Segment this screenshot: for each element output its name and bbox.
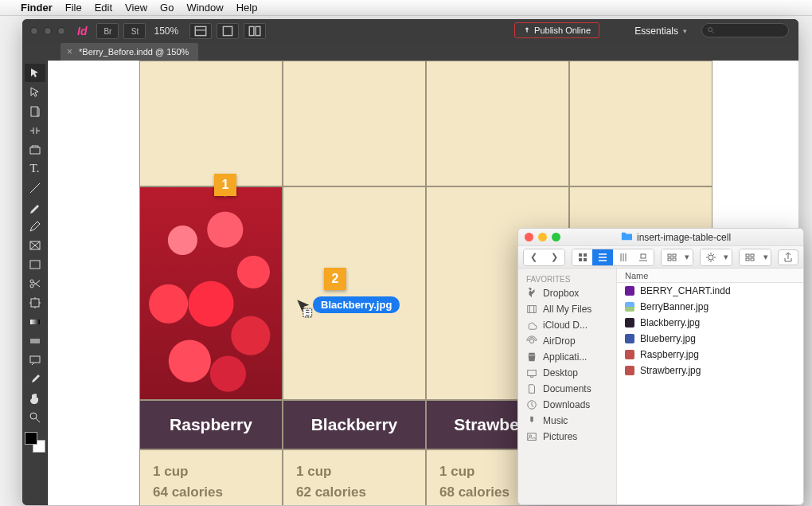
sidebar-item[interactable]: Music xyxy=(518,413,616,429)
upload-icon xyxy=(523,26,531,34)
coverflow-view-button[interactable] xyxy=(633,249,653,265)
svg-rect-6 xyxy=(30,147,40,154)
pen-tool[interactable] xyxy=(25,198,45,216)
mac-menubar: Finder File Edit View Go Window Help xyxy=(0,0,812,16)
sidebar-item[interactable]: Desktop xyxy=(518,365,616,381)
fill-swatch[interactable] xyxy=(25,432,37,445)
arrange-menu[interactable]: ▾ xyxy=(681,249,693,265)
line-tool[interactable] xyxy=(25,178,45,197)
table-cell[interactable] xyxy=(426,61,569,186)
content-collector-tool[interactable] xyxy=(25,140,45,159)
table-cell[interactable] xyxy=(283,61,426,186)
finder-close-button[interactable] xyxy=(525,233,533,241)
view-buttons xyxy=(572,249,654,266)
image-cell-raspberry[interactable] xyxy=(139,186,283,400)
scissors-tool[interactable] xyxy=(25,274,45,292)
sidebar-item[interactable]: Downloads xyxy=(518,397,616,413)
file-icon xyxy=(625,302,634,312)
menu-view[interactable]: View xyxy=(125,2,147,14)
screen-mode-button[interactable] xyxy=(217,23,239,39)
sidebar-item[interactable]: Applicati... xyxy=(518,349,616,365)
file-row[interactable]: Blueberry.jpg xyxy=(617,331,803,347)
sidebar-item[interactable]: AirDrop xyxy=(518,333,616,349)
image-cell-blackberry[interactable] xyxy=(283,186,426,400)
document-tab[interactable]: × *Berry_Before.indd @ 150% xyxy=(61,43,198,61)
window-close-button[interactable] xyxy=(30,27,38,35)
rectangle-tool[interactable] xyxy=(25,255,45,273)
sidebar-item[interactable]: Documents xyxy=(518,381,616,397)
action-menu[interactable]: ▾ xyxy=(721,249,732,265)
svg-rect-18 xyxy=(584,253,587,257)
calories-label: 64 calories xyxy=(153,482,269,503)
arrange-button[interactable] xyxy=(662,249,681,265)
workspace-label: Essentials xyxy=(634,25,678,37)
forward-button[interactable]: ❯ xyxy=(544,249,564,265)
menu-help[interactable]: Help xyxy=(236,2,258,14)
app-menu[interactable]: Finder xyxy=(21,2,53,14)
icon-view-button[interactable] xyxy=(572,249,592,265)
menu-file[interactable]: File xyxy=(65,2,82,14)
tags-menu[interactable]: ▾ xyxy=(760,249,771,265)
close-tab-icon[interactable]: × xyxy=(67,46,72,57)
svg-rect-17 xyxy=(579,253,582,257)
column-view-button[interactable] xyxy=(613,249,633,265)
workspace-switcher[interactable]: Essentials ▾ xyxy=(634,19,687,43)
zoom-tool[interactable] xyxy=(25,408,45,426)
table-cell[interactable] xyxy=(569,61,712,186)
free-transform-tool[interactable] xyxy=(25,293,45,312)
file-row[interactable]: Blackberry.jpg xyxy=(617,315,803,331)
file-row[interactable]: BerryBanner.jpg xyxy=(617,299,803,315)
file-row[interactable]: Strawberry.jpg xyxy=(617,363,803,379)
bridge-button[interactable]: Br xyxy=(96,23,119,39)
finder-minimize-button[interactable] xyxy=(538,233,547,241)
sidebar-item[interactable]: iCloud D... xyxy=(518,317,616,333)
sidebar-label: Applicati... xyxy=(543,351,587,363)
document-tabstrip: × *Berry_Before.indd @ 150% xyxy=(22,43,798,61)
gradient-feather-tool[interactable] xyxy=(25,331,45,350)
list-view-button[interactable] xyxy=(592,249,612,265)
pencil-tool[interactable] xyxy=(25,217,45,235)
publish-online-button[interactable]: Publish Online xyxy=(514,22,599,38)
file-row[interactable]: BERRY_CHART.indd xyxy=(617,283,803,299)
search-field[interactable] xyxy=(701,23,789,37)
file-row[interactable]: Raspberry.jpg xyxy=(617,347,803,363)
hand-tool[interactable] xyxy=(25,389,45,407)
page-tool[interactable] xyxy=(25,102,45,120)
callout-1: 1 xyxy=(214,174,236,196)
fill-stroke-swatch[interactable] xyxy=(25,432,45,453)
stock-button[interactable]: St xyxy=(123,23,146,39)
menu-edit[interactable]: Edit xyxy=(95,2,112,14)
menu-go[interactable]: Go xyxy=(160,2,174,14)
table-header: Blackberry xyxy=(283,400,426,449)
zoom-level[interactable]: 150% xyxy=(154,25,178,37)
window-minimize-button[interactable] xyxy=(44,27,52,35)
svg-rect-25 xyxy=(673,258,676,261)
column-header-name[interactable]: Name xyxy=(617,269,803,283)
share-button[interactable] xyxy=(778,249,798,265)
gradient-swatch-tool[interactable] xyxy=(25,312,45,331)
action-button[interactable] xyxy=(701,249,720,265)
arrange-button[interactable] xyxy=(244,23,266,39)
rectangle-frame-tool[interactable] xyxy=(25,236,45,254)
finder-window: insert-image-table-cell ❮ ❯ ▾ ▾ ▾ Favori… xyxy=(517,228,804,505)
finder-titlebar[interactable]: insert-image-table-cell xyxy=(518,229,803,246)
folder-icon xyxy=(621,231,632,243)
serving-label: 1 cup xyxy=(153,461,269,482)
selection-tool[interactable] xyxy=(25,64,45,82)
eyedropper-tool[interactable] xyxy=(25,370,45,388)
svg-rect-21 xyxy=(641,254,646,258)
back-button[interactable]: ❮ xyxy=(524,249,544,265)
menu-window[interactable]: Window xyxy=(186,2,223,14)
finder-zoom-button[interactable] xyxy=(552,233,560,241)
type-tool[interactable]: T. xyxy=(25,159,45,178)
window-zoom-button[interactable] xyxy=(57,27,65,35)
table-cell[interactable] xyxy=(139,61,283,186)
sidebar-item[interactable]: All My Files xyxy=(518,301,616,317)
sidebar-item[interactable]: Dropbox xyxy=(518,285,616,301)
view-options-button[interactable] xyxy=(189,23,212,39)
direct-selection-tool[interactable] xyxy=(25,83,45,101)
gap-tool[interactable] xyxy=(25,121,45,139)
note-tool[interactable] xyxy=(25,351,45,369)
sidebar-item[interactable]: Pictures xyxy=(518,429,616,445)
tags-button[interactable] xyxy=(740,249,759,265)
